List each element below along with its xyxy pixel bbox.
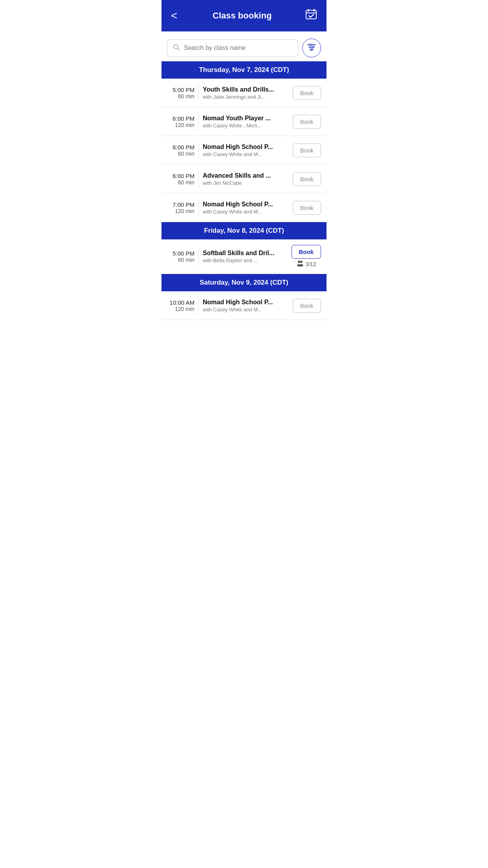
book-area: Book [293, 201, 321, 215]
back-button[interactable]: < [168, 8, 180, 24]
search-row [161, 31, 327, 61]
class-info: Youth Skills and Drills...with Jake Jenn… [203, 86, 289, 100]
svg-point-12 [298, 261, 300, 263]
class-instructor: with Casey White and M... [203, 209, 289, 215]
svg-point-9 [310, 44, 311, 45]
class-divider [198, 199, 199, 216]
time-duration: 60 min [178, 93, 194, 99]
people-icon [296, 260, 304, 268]
sections-container: Thursday, Nov 7, 2024 (CDT)5:00 PM60 min… [161, 61, 327, 320]
svg-point-11 [310, 48, 312, 50]
book-area: Book 3/12 [292, 245, 321, 268]
class-name: Softball Skills and Dril... [203, 250, 288, 257]
class-info: Nomad High School P...with Casey White a… [203, 143, 289, 157]
class-info: Nomad High School P...with Casey White a… [203, 299, 289, 313]
time-duration: 120 min [175, 208, 194, 214]
svg-point-15 [299, 264, 303, 267]
book-button[interactable]: Book [292, 245, 321, 259]
svg-point-13 [300, 261, 303, 263]
capacity-row: 3/12 [296, 260, 316, 268]
class-instructor: with Jim McCabe [203, 180, 289, 186]
date-header-0: Thursday, Nov 7, 2024 (CDT) [161, 61, 327, 79]
class-divider [198, 297, 199, 314]
class-name: Youth Skills and Drills... [203, 86, 289, 93]
class-time: 10:00 AM120 min [167, 299, 194, 312]
class-row: 5:00 PM60 minYouth Skills and Drills...w… [161, 79, 327, 107]
page-title: Class booking [180, 11, 304, 21]
search-box[interactable] [167, 39, 298, 57]
class-name: Nomad High School P... [203, 143, 289, 151]
book-area: Book [293, 115, 321, 129]
date-header-2: Saturday, Nov 9, 2024 (CDT) [161, 274, 327, 291]
book-area: Book [293, 172, 321, 186]
header: < Class booking [161, 0, 327, 31]
svg-rect-0 [306, 10, 316, 19]
search-icon [173, 44, 180, 53]
class-time: 7:00 PM120 min [167, 201, 194, 214]
filter-icon [307, 44, 316, 53]
class-info: Nomad Youth Player ...with Casey White ,… [203, 115, 289, 129]
class-name: Advanced Skills and ... [203, 172, 289, 179]
book-area: Book [293, 86, 321, 100]
class-instructor: with Casey White , Mich... [203, 123, 289, 129]
class-name: Nomad High School P... [203, 299, 289, 306]
book-button[interactable]: Book [293, 299, 321, 313]
time-duration: 120 min [175, 306, 194, 312]
class-time: 6:00 PM60 min [167, 144, 194, 157]
class-divider [198, 248, 199, 265]
class-time: 5:00 PM60 min [167, 250, 194, 263]
time-value: 7:00 PM [172, 201, 194, 208]
class-row: 10:00 AM120 minNomad High School P...wit… [161, 291, 327, 320]
class-name: Nomad High School P... [203, 201, 289, 208]
time-value: 6:00 PM [172, 115, 194, 122]
time-duration: 60 min [178, 257, 194, 263]
book-button[interactable]: Book [293, 143, 321, 157]
time-value: 6:00 PM [172, 173, 194, 179]
class-time: 6:00 PM60 min [167, 173, 194, 186]
time-duration: 60 min [178, 179, 194, 186]
calendar-icon[interactable] [304, 7, 319, 24]
class-time: 5:00 PM60 min [167, 86, 194, 99]
time-value: 5:00 PM [172, 250, 194, 257]
book-area: Book [293, 143, 321, 157]
class-row: 6:00 PM60 minAdvanced Skills and ...with… [161, 165, 327, 193]
class-row: 5:00 PM60 minSoftball Skills and Dril...… [161, 239, 327, 274]
date-header-1: Friday, Nov 8, 2024 (CDT) [161, 222, 327, 239]
time-duration: 60 min [178, 151, 194, 157]
class-instructor: with Jake Jennings and Ji... [203, 94, 289, 100]
capacity-text: 3/12 [306, 261, 316, 267]
class-divider [198, 142, 199, 159]
book-button[interactable]: Book [293, 201, 321, 215]
book-button[interactable]: Book [293, 115, 321, 129]
search-input[interactable] [184, 44, 292, 51]
filter-button[interactable] [302, 39, 321, 57]
class-row: 7:00 PM120 minNomad High School P...with… [161, 193, 327, 222]
book-area: Book [293, 299, 321, 313]
time-value: 5:00 PM [172, 86, 194, 93]
class-row: 6:00 PM60 minNomad High School P...with … [161, 136, 327, 165]
class-instructor: with Bella Dayton and ... [203, 257, 288, 263]
class-instructor: with Casey White and M... [203, 151, 289, 157]
class-divider [198, 84, 199, 101]
class-time: 6:00 PM120 min [167, 115, 194, 128]
class-divider [198, 170, 199, 188]
class-name: Nomad Youth Player ... [203, 115, 289, 122]
time-value: 10:00 AM [170, 299, 194, 306]
class-divider [198, 113, 199, 130]
class-info: Nomad High School P...with Casey White a… [203, 201, 289, 215]
time-value: 6:00 PM [172, 144, 194, 151]
class-info: Softball Skills and Dril...with Bella Da… [203, 250, 288, 263]
class-instructor: with Casey White and M... [203, 307, 289, 313]
book-button[interactable]: Book [293, 172, 321, 186]
class-row: 6:00 PM120 minNomad Youth Player ...with… [161, 107, 327, 136]
time-duration: 120 min [175, 122, 194, 128]
book-button[interactable]: Book [293, 86, 321, 100]
class-info: Advanced Skills and ...with Jim McCabe [203, 172, 289, 186]
svg-point-10 [312, 46, 314, 48]
svg-line-5 [178, 48, 180, 50]
